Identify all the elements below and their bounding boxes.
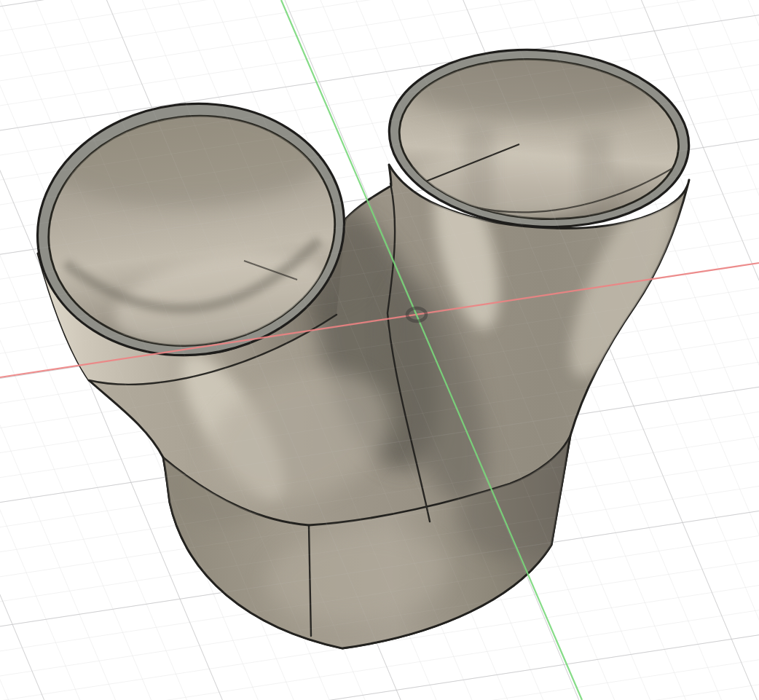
cad-viewport[interactable] xyxy=(0,0,759,700)
scene-canvas xyxy=(0,0,759,700)
